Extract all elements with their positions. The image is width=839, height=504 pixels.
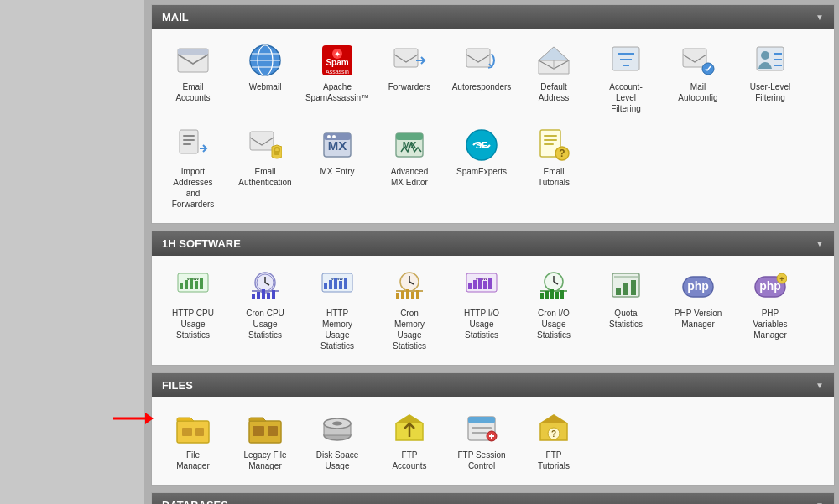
- cron-cpu-item[interactable]: Cron CPUUsageStatistics: [231, 264, 300, 356]
- svg-rect-19: [683, 49, 706, 67]
- php-variables-label: PHPVariablesManager: [753, 308, 788, 340]
- quota-stats-item[interactable]: QuotaStatistics: [591, 264, 660, 356]
- ftp-accounts-icon: [392, 411, 427, 446]
- svg-rect-63: [262, 289, 265, 299]
- databases-header[interactable]: DATABASES ▼: [152, 493, 834, 504]
- svg-rect-77: [396, 293, 399, 299]
- default-address-icon: [536, 43, 571, 78]
- svg-text:MX: MX: [328, 138, 347, 153]
- svg-rect-80: [411, 292, 414, 299]
- email-tutorials-item[interactable]: ? EmailTutorials: [519, 122, 588, 215]
- svg-marker-110: [145, 413, 154, 424]
- svg-rect-54: [195, 281, 198, 289]
- software-title: 1H SOFTWARE: [162, 237, 241, 250]
- files-header[interactable]: FILES ▼: [152, 373, 834, 397]
- svg-point-37: [332, 135, 336, 138]
- advanced-mx-label: AdvancedMX Editor: [391, 166, 428, 188]
- svg-rect-84: [468, 283, 472, 289]
- http-memory-item[interactable]: www HTTPMemoryUsageStatistics: [303, 264, 372, 356]
- svg-rect-79: [406, 289, 409, 299]
- php-version-icon: php: [680, 269, 716, 304]
- ftp-tutorials-item[interactable]: ? FTPTutorials: [519, 406, 588, 476]
- user-filtering-item[interactable]: User-LevelFiltering: [736, 38, 805, 119]
- php-version-label: PHP VersionManager: [675, 308, 722, 330]
- software-body: www HTTP CPUUsageStatistics: [152, 256, 834, 365]
- ftp-accounts-item[interactable]: FTPAccounts: [375, 406, 444, 476]
- svg-rect-26: [180, 130, 198, 153]
- ftp-tutorials-icon: ?: [536, 411, 571, 446]
- cron-cpu-label: Cron CPUUsageStatistics: [246, 308, 284, 340]
- cron-io-item[interactable]: Cron I/OUsageStatistics: [519, 264, 588, 356]
- svg-rect-87: [483, 281, 487, 289]
- mx-entry-label: MX Entry: [320, 166, 354, 177]
- email-auth-item[interactable]: EmailAuthentication: [231, 122, 300, 215]
- svg-rect-94: [545, 291, 549, 299]
- http-io-icon: www: [464, 269, 499, 304]
- legacy-file-manager-icon: [248, 411, 283, 446]
- webmail-icon: [248, 43, 283, 78]
- svg-rect-30: [250, 132, 274, 150]
- svg-text:+: +: [779, 275, 784, 283]
- forwarders-item[interactable]: Forwarders: [375, 38, 444, 119]
- disk-space-item[interactable]: Disk SpaceUsage: [303, 406, 372, 476]
- file-manager-item[interactable]: FileManager: [159, 406, 227, 476]
- email-accounts-item[interactable]: EmailAccounts: [159, 38, 227, 119]
- default-address-label: DefaultAddress: [539, 81, 570, 103]
- ftp-session-item[interactable]: FTP SessionControl: [447, 406, 516, 476]
- mail-header[interactable]: MAIL ▼: [152, 5, 834, 29]
- account-filtering-label: Account-LevelFiltering: [609, 81, 642, 114]
- svg-rect-28: [183, 139, 195, 141]
- svg-rect-86: [478, 278, 482, 289]
- svg-rect-45: [544, 139, 557, 141]
- email-auth-icon: [248, 127, 283, 163]
- php-variables-item[interactable]: php + PHPVariablesManager: [736, 264, 805, 356]
- email-accounts-icon: [175, 43, 211, 78]
- import-item[interactable]: ImportAddressesandForwarders: [159, 122, 227, 215]
- webmail-item[interactable]: Webmail: [231, 38, 300, 119]
- svg-rect-51: [180, 283, 183, 289]
- autoresponders-item[interactable]: Autoresponders: [447, 38, 516, 119]
- svg-marker-14: [539, 47, 569, 60]
- spamexperts-icon: SE: [464, 127, 499, 163]
- php-version-item[interactable]: php PHP VersionManager: [664, 264, 732, 356]
- spamexperts-item[interactable]: SE SpamExperts: [447, 122, 516, 215]
- ftp-session-label: FTP SessionControl: [457, 449, 505, 471]
- svg-rect-125: [472, 427, 492, 429]
- account-filtering-item[interactable]: Account-LevelFiltering: [591, 38, 660, 119]
- spamassassin-item[interactable]: Spam Assassin ✦ ApacheSpamAssassin™: [303, 38, 372, 119]
- mail-autoconfig-item[interactable]: MailAutoconfig: [664, 38, 732, 119]
- file-manager-icon: [175, 411, 211, 446]
- svg-rect-40: [396, 133, 423, 140]
- legacy-file-manager-item[interactable]: Legacy FileManager: [231, 406, 300, 476]
- email-tutorials-label: EmailTutorials: [538, 166, 570, 188]
- software-header[interactable]: 1H SOFTWARE ▼: [152, 231, 834, 256]
- svg-rect-96: [555, 292, 559, 299]
- http-cpu-item[interactable]: www HTTP CPUUsageStatistics: [159, 264, 227, 356]
- svg-rect-12: [394, 49, 418, 67]
- databases-section: DATABASES ▼ MySQL MySQLDatabases: [151, 492, 835, 504]
- svg-rect-46: [544, 143, 554, 145]
- svg-rect-29: [183, 143, 191, 145]
- autoresponders-label: Autoresponders: [452, 81, 512, 92]
- svg-rect-112: [182, 428, 192, 436]
- svg-rect-44: [544, 135, 557, 137]
- cron-memory-icon: [392, 269, 427, 304]
- advanced-mx-item[interactable]: MX AdvancedMX Editor: [375, 122, 444, 215]
- advanced-mx-icon: MX: [392, 127, 427, 163]
- file-manager-label: FileManager: [176, 449, 209, 471]
- email-accounts-label: EmailAccounts: [175, 81, 210, 103]
- http-io-item[interactable]: www HTTP I/OUsageStatistics: [447, 264, 516, 356]
- svg-rect-64: [267, 293, 270, 299]
- software-arrow: ▼: [816, 239, 824, 248]
- spamassassin-label: ApacheSpamAssassin™: [305, 81, 369, 103]
- arrow-indicator: [112, 408, 154, 429]
- email-tutorials-icon: ?: [536, 127, 571, 163]
- cron-io-icon: [536, 269, 571, 304]
- cron-memory-item[interactable]: CronMemoryUsageStatistics: [375, 264, 444, 356]
- autoresponders-icon: [464, 43, 499, 78]
- mx-entry-item[interactable]: MX MX Entry: [303, 122, 372, 215]
- databases-arrow: ▼: [816, 501, 824, 504]
- user-filtering-icon: [753, 43, 788, 78]
- svg-rect-115: [253, 426, 264, 436]
- default-address-item[interactable]: DefaultAddress: [519, 38, 588, 119]
